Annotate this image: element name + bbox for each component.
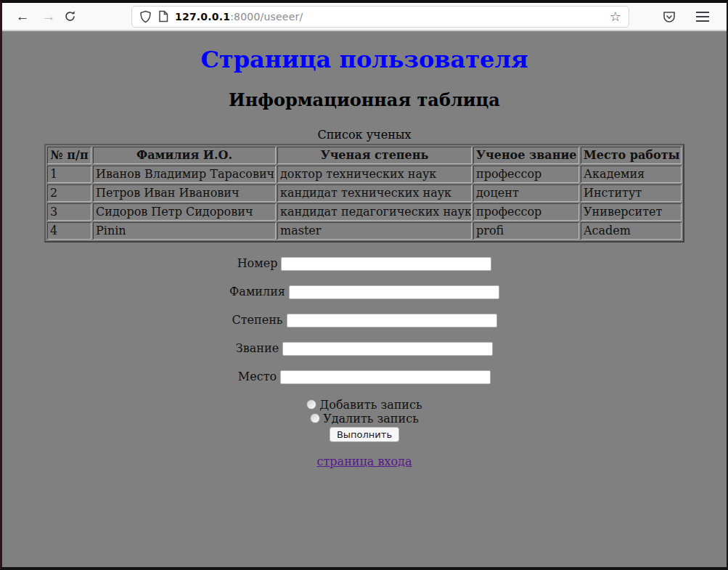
- browser-window: ← → 127.0.0.1:8000/usee: [0, 0, 728, 570]
- url-bar[interactable]: 127.0.0.1:8000/useeer/ ☆: [131, 6, 629, 28]
- bookmark-star-icon[interactable]: ☆: [610, 9, 621, 24]
- cell-surname: Сидоров Петр Сидорович: [93, 203, 276, 221]
- page-icon[interactable]: [158, 10, 168, 23]
- surname-label: Фамилия: [229, 285, 285, 298]
- delete-record-radio[interactable]: [310, 413, 320, 423]
- place-label: Место: [238, 370, 277, 383]
- menu-icon[interactable]: [696, 12, 709, 22]
- number-label: Номер: [237, 256, 278, 270]
- rank-label: Звание: [236, 341, 279, 355]
- cell-surname: Иванов Владимир Тарасович: [93, 166, 276, 183]
- forward-button[interactable]: →: [38, 6, 60, 28]
- table-header-row: № п/п Фамилия И.О. Ученая степень Ученое…: [47, 147, 682, 164]
- col-header-surname: Фамилия И.О.: [93, 147, 276, 164]
- col-header-number: № п/п: [47, 147, 91, 164]
- col-header-rank: Ученое звание: [473, 147, 579, 164]
- col-header-workplace: Место работы: [581, 147, 682, 164]
- cell-degree: master: [277, 222, 472, 240]
- page-title: Страница пользователя: [2, 46, 727, 73]
- cell-surname: Pinin: [93, 222, 276, 240]
- rank-input[interactable]: [282, 342, 493, 356]
- cell-degree: доктор технических наук: [277, 166, 472, 183]
- surname-input[interactable]: [289, 285, 499, 299]
- form-row-surname: Фамилия: [2, 285, 727, 299]
- cell-workplace: Институт: [581, 184, 682, 202]
- radio-row-add: Добавить запись: [2, 398, 727, 412]
- table-row: 3 Сидоров Петр Сидорович кандидат педаго…: [47, 203, 682, 221]
- cell-rank: доцент: [473, 184, 579, 202]
- submit-row: Выполнить: [2, 426, 727, 442]
- cell-rank: профессор: [473, 166, 579, 183]
- scientists-table: Список ученых № п/п Фамилия И.О. Ученая …: [44, 128, 684, 243]
- cell-workplace: Академия: [581, 166, 682, 183]
- radio-row-delete: Удалить запись: [2, 412, 727, 426]
- cell-workplace: Academ: [581, 222, 682, 240]
- cell-number: 3: [47, 203, 91, 221]
- url-text: 127.0.0.1:8000/useeer/: [175, 11, 303, 23]
- page-subtitle: Информационная таблица: [2, 89, 727, 110]
- cell-number: 1: [47, 166, 91, 183]
- url-path: :8000/useeer/: [230, 11, 303, 23]
- browser-toolbar: ← → 127.0.0.1:8000/usee: [2, 3, 727, 31]
- col-header-degree: Ученая степень: [277, 147, 472, 164]
- degree-label: Степень: [232, 313, 282, 327]
- delete-record-label: Удалить запись: [323, 412, 419, 426]
- table-row: 2 Петров Иван Иванович кандидат техничес…: [47, 184, 682, 202]
- form-row-degree: Степень: [2, 313, 727, 327]
- execute-button[interactable]: Выполнить: [330, 427, 399, 442]
- add-record-label: Добавить запись: [319, 398, 422, 412]
- reload-icon: [64, 10, 86, 23]
- pocket-icon[interactable]: [661, 9, 677, 25]
- place-input[interactable]: [280, 370, 491, 384]
- table-caption: Список ученых: [44, 128, 684, 144]
- table-row: 4 Pinin master profi Academ: [47, 222, 682, 240]
- cell-number: 2: [47, 184, 91, 202]
- toolbar-right: [661, 9, 719, 25]
- cell-degree: кандидат технических наук: [277, 184, 472, 202]
- table-row: 1 Иванов Владимир Тарасович доктор техни…: [47, 166, 682, 183]
- login-page-link[interactable]: страница входа: [317, 455, 412, 468]
- form-row-rank: Звание: [2, 341, 727, 356]
- shield-icon[interactable]: [139, 10, 152, 23]
- add-record-radio[interactable]: [306, 399, 316, 410]
- cell-rank: профессор: [473, 203, 579, 221]
- number-input[interactable]: [281, 257, 491, 271]
- cell-degree: кандидат педагогических наук: [277, 203, 472, 221]
- form-row-place: Место: [2, 370, 727, 384]
- form-row-number: Номер: [2, 256, 727, 271]
- cell-rank: profi: [473, 222, 579, 240]
- url-host: 127.0.0.1: [175, 11, 230, 23]
- cell-number: 4: [47, 222, 91, 240]
- cell-surname: Петров Иван Иванович: [93, 184, 276, 202]
- reload-button[interactable]: [64, 6, 86, 28]
- cell-workplace: Университет: [581, 203, 682, 221]
- back-button[interactable]: ←: [12, 6, 33, 28]
- degree-input[interactable]: [287, 314, 497, 327]
- page-content: Страница пользователя Информационная таб…: [2, 31, 727, 567]
